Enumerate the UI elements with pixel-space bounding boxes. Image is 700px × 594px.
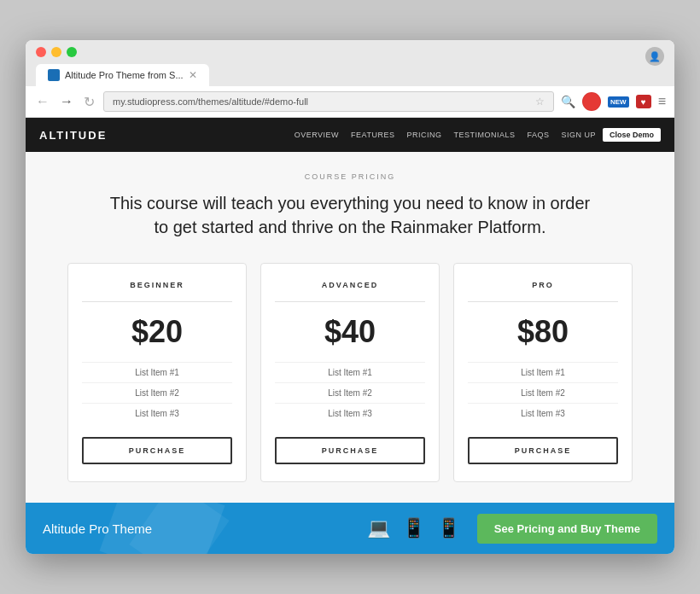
nav-links: OVERVIEW FEATURES PRICING TESTIMONIALS F… <box>295 131 596 139</box>
card-price-beginner: $20 <box>82 314 232 350</box>
camera-icon[interactable] <box>582 92 601 111</box>
site-content: COURSE PRICING This course will teach yo… <box>26 152 674 503</box>
pricing-cards: BEGINNER $20 List Item #1 List Item #2 L… <box>51 263 649 503</box>
tab-title: Altitude Pro Theme from S... <box>65 70 184 80</box>
nav-features[interactable]: FEATURES <box>351 131 394 139</box>
card-tier-beginner: BEGINNER <box>82 281 232 289</box>
search-icon[interactable]: 🔍 <box>561 95 575 108</box>
browser-window: Altitude Pro Theme from S... ✕ 👤 ← → ↻ m… <box>26 40 674 554</box>
pricing-card-beginner: BEGINNER $20 List Item #1 List Item #2 L… <box>67 263 247 482</box>
card-tier-pro: PRO <box>468 281 618 289</box>
browser-top-bar: Altitude Pro Theme from S... ✕ 👤 <box>26 40 674 86</box>
bookmark-icon[interactable]: ☆ <box>535 96 545 108</box>
refresh-button[interactable]: ↻ <box>82 94 96 110</box>
course-headline: This course will teach you everything yo… <box>102 191 598 239</box>
list-item: List Item #1 <box>468 362 618 382</box>
card-divider <box>275 301 425 302</box>
back-button[interactable]: ← <box>34 94 51 109</box>
laptop-icon[interactable]: 💻 <box>367 517 390 539</box>
list-item: List Item #2 <box>275 382 425 403</box>
list-item: List Item #3 <box>82 403 232 423</box>
purchase-button-pro[interactable]: PURCHASE <box>468 437 618 464</box>
nav-overview[interactable]: OVERVIEW <box>295 131 339 139</box>
card-divider <box>82 301 232 302</box>
tab-close-icon[interactable]: ✕ <box>189 69 197 81</box>
toolbar-icons: 🔍 NEW ♥ ≡ <box>561 92 666 111</box>
card-tier-advanced: ADVANCED <box>275 281 425 289</box>
nav-faqs[interactable]: FAQS <box>527 131 549 139</box>
nav-testimonials[interactable]: TESTIMONIALS <box>453 131 515 139</box>
minimize-button[interactable] <box>51 47 61 57</box>
active-tab[interactable]: Altitude Pro Theme from S... ✕ <box>36 64 209 86</box>
tab-favicon <box>48 69 60 81</box>
section-label: COURSE PRICING <box>51 172 649 181</box>
tablet-icon[interactable]: 📱 <box>402 517 425 539</box>
card-price-pro: $80 <box>468 314 618 350</box>
bottom-bar: Altitude Pro Theme 💻 📱 📱 See Pricing and… <box>26 503 674 554</box>
menu-icon[interactable]: ≡ <box>658 94 666 109</box>
close-demo-button[interactable]: Close Demo <box>603 128 661 142</box>
device-icons: 💻 📱 📱 <box>367 517 460 539</box>
address-bar-row: ← → ↻ my.studiopress.com/themes/altitude… <box>26 86 674 118</box>
close-button[interactable] <box>36 47 46 57</box>
phone-icon[interactable]: 📱 <box>437 517 460 539</box>
card-divider <box>468 301 618 302</box>
purchase-button-beginner[interactable]: PURCHASE <box>82 437 232 464</box>
list-item: List Item #3 <box>468 403 618 423</box>
list-item: List Item #2 <box>82 382 232 403</box>
nav-pricing[interactable]: PRICING <box>406 131 441 139</box>
heart-icon[interactable]: ♥ <box>636 95 651 108</box>
traffic-lights <box>36 47 632 57</box>
new-badge: NEW <box>608 96 629 108</box>
purchase-button-advanced[interactable]: PURCHASE <box>275 437 425 464</box>
list-item: List Item #1 <box>82 362 232 382</box>
pricing-card-pro: PRO $80 List Item #1 List Item #2 List I… <box>453 263 633 482</box>
nav-signup[interactable]: SIGN UP <box>561 131 596 139</box>
user-avatar: 👤 <box>645 47 664 66</box>
list-item: List Item #2 <box>468 382 618 403</box>
card-price-advanced: $40 <box>275 314 425 350</box>
address-bar[interactable]: my.studiopress.com/themes/altitude/#demo… <box>103 91 554 112</box>
pricing-card-advanced: ADVANCED $40 List Item #1 List Item #2 L… <box>260 263 440 482</box>
site-navigation: ALTITUDE OVERVIEW FEATURES PRICING TESTI… <box>26 118 674 152</box>
url-text: my.studiopress.com/themes/altitude/#demo… <box>113 96 532 107</box>
site-logo: ALTITUDE <box>39 129 107 142</box>
maximize-button[interactable] <box>67 47 77 57</box>
bottom-bar-title: Altitude Pro Theme <box>43 521 152 536</box>
see-pricing-button[interactable]: See Pricing and Buy Theme <box>477 514 657 544</box>
list-item: List Item #3 <box>275 403 425 423</box>
forward-button[interactable]: → <box>58 94 75 109</box>
list-item: List Item #1 <box>275 362 425 382</box>
tab-bar: Altitude Pro Theme from S... ✕ <box>36 64 632 86</box>
